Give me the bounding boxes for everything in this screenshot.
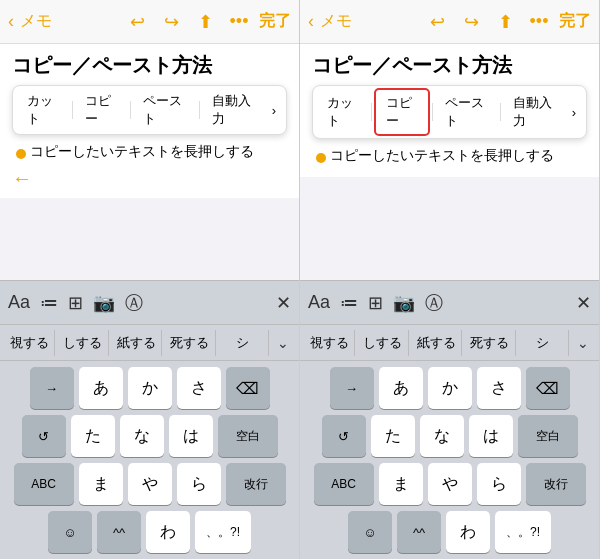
key-ya-left[interactable]: や xyxy=(128,463,172,505)
pred-5-right[interactable]: シ xyxy=(518,330,569,356)
auto-input-button-right[interactable]: 自動入力 xyxy=(503,90,566,134)
key-ya-right[interactable]: や xyxy=(428,463,472,505)
kb-row-2-right: ↺ た な は 空白 xyxy=(304,415,595,457)
nav-left-right: ‹ メモ xyxy=(308,11,352,32)
key-wa-right[interactable]: わ xyxy=(446,511,490,553)
cut-button-left[interactable]: カット xyxy=(17,88,70,132)
back-chevron-icon-right[interactable]: ‹ xyxy=(308,11,314,32)
share-icon-right[interactable]: ⬆ xyxy=(491,8,519,36)
keyboard-left: Aa ≔ ⊞ 📷 Ⓐ ✕ 視する しする 紙する 死する シ ⌄ → あ か さ… xyxy=(0,280,299,559)
key-caret-left[interactable]: ^^ xyxy=(97,511,141,553)
paste-button-left[interactable]: ペースト xyxy=(133,88,197,132)
done-button-right[interactable]: 完了 xyxy=(559,11,591,32)
key-ta-right[interactable]: た xyxy=(371,415,415,457)
key-ra-right[interactable]: ら xyxy=(477,463,521,505)
key-arrow-right[interactable]: → xyxy=(330,367,374,409)
kb-rows-right: → あ か さ ⌫ ↺ た な は 空白 ABC ま や ら 改行 ☺ xyxy=(300,361,599,559)
more-icon[interactable]: ••• xyxy=(225,8,253,36)
pred-3-left[interactable]: 紙する xyxy=(111,330,162,356)
font-icon[interactable]: Aa xyxy=(8,292,30,313)
cursor-dot-right xyxy=(316,153,326,163)
key-backspace-right[interactable]: ⌫ xyxy=(526,367,570,409)
key-space-left[interactable]: 空白 xyxy=(218,415,278,457)
key-emoji-right[interactable]: ☺ xyxy=(348,511,392,553)
key-a-right[interactable]: あ xyxy=(379,367,423,409)
redo-icon[interactable]: ↪ xyxy=(157,8,185,36)
pred-3-right[interactable]: 紙する xyxy=(411,330,462,356)
pred-1-left[interactable]: 視する xyxy=(4,330,55,356)
key-na-right[interactable]: な xyxy=(420,415,464,457)
back-button[interactable]: メモ xyxy=(20,11,52,32)
font-icon-right[interactable]: Aa xyxy=(308,292,330,313)
key-sa-right[interactable]: さ xyxy=(477,367,521,409)
auto-input-button-left[interactable]: 自動入力 xyxy=(202,88,266,132)
key-punct-left[interactable]: 、。?! xyxy=(195,511,251,553)
key-ma-left[interactable]: ま xyxy=(79,463,123,505)
pred-2-right[interactable]: しする xyxy=(357,330,408,356)
nav-right-right: ↩ ↪ ⬆ ••• 完了 xyxy=(423,8,591,36)
cut-button-right[interactable]: カット xyxy=(317,90,369,134)
key-emoji-left[interactable]: ☺ xyxy=(48,511,92,553)
divider-right-1 xyxy=(371,103,372,121)
key-ta-left[interactable]: た xyxy=(71,415,115,457)
pred-4-right[interactable]: 死する xyxy=(464,330,515,356)
key-abc-left[interactable]: ABC xyxy=(14,463,74,505)
kb-row-4-right: ☺ ^^ わ 、。?! xyxy=(304,511,595,553)
share-icon[interactable]: ⬆ xyxy=(191,8,219,36)
pred-4-left[interactable]: 死する xyxy=(164,330,215,356)
list-icon-right[interactable]: ≔ xyxy=(340,292,358,314)
back-chevron-icon[interactable]: ‹ xyxy=(8,11,14,32)
format-icon-right[interactable]: Ⓐ xyxy=(425,291,443,315)
key-sa-left[interactable]: さ xyxy=(177,367,221,409)
table-icon[interactable]: ⊞ xyxy=(68,292,83,314)
key-ra-left[interactable]: ら xyxy=(177,463,221,505)
key-ha-right[interactable]: は xyxy=(469,415,513,457)
key-a-left[interactable]: あ xyxy=(79,367,123,409)
note-body-left: コピーしたいテキストを長押しする xyxy=(30,143,254,161)
more-icon-right[interactable]: ••• xyxy=(525,8,553,36)
key-wa-left[interactable]: わ xyxy=(146,511,190,553)
key-return-left[interactable]: 改行 xyxy=(226,463,286,505)
redo-icon-right[interactable]: ↪ xyxy=(457,8,485,36)
nav-left: ‹ メモ xyxy=(8,11,52,32)
key-caret-right[interactable]: ^^ xyxy=(397,511,441,553)
undo-icon-right[interactable]: ↩ xyxy=(423,8,451,36)
key-space-right[interactable]: 空白 xyxy=(518,415,578,457)
key-arrow-left[interactable]: → xyxy=(30,367,74,409)
key-punct-right[interactable]: 、。?! xyxy=(495,511,551,553)
kb-row-1-right: → あ か さ ⌫ xyxy=(304,367,595,409)
paste-button-right[interactable]: ペースト xyxy=(435,90,498,134)
pred-expand-icon[interactable]: ⌄ xyxy=(271,335,295,351)
back-button-right[interactable]: メモ xyxy=(320,11,352,32)
more-menu-button-right[interactable]: › xyxy=(566,101,582,124)
table-icon-right[interactable]: ⊞ xyxy=(368,292,383,314)
undo-icon[interactable]: ↩ xyxy=(123,8,151,36)
key-abc-right[interactable]: ABC xyxy=(314,463,374,505)
key-ka-right[interactable]: か xyxy=(428,367,472,409)
nav-bar-left: ‹ メモ ↩ ↪ ⬆ ••• 完了 xyxy=(0,0,299,44)
kb-close-icon[interactable]: ✕ xyxy=(276,292,291,314)
format-icon[interactable]: Ⓐ xyxy=(125,291,143,315)
done-button[interactable]: 完了 xyxy=(259,11,291,32)
camera-icon[interactable]: 📷 xyxy=(93,292,115,314)
pred-1-right[interactable]: 視する xyxy=(304,330,355,356)
key-ka-left[interactable]: か xyxy=(128,367,172,409)
key-return-right[interactable]: 改行 xyxy=(526,463,586,505)
key-undo-right[interactable]: ↺ xyxy=(322,415,366,457)
key-backspace-left[interactable]: ⌫ xyxy=(226,367,270,409)
key-na-left[interactable]: な xyxy=(120,415,164,457)
pred-expand-icon-right[interactable]: ⌄ xyxy=(571,335,595,351)
list-icon[interactable]: ≔ xyxy=(40,292,58,314)
key-ma-right[interactable]: ま xyxy=(379,463,423,505)
copy-button-right[interactable]: コピー xyxy=(374,88,430,136)
key-ha-left[interactable]: は xyxy=(169,415,213,457)
arrow-left-icon: ← xyxy=(12,167,287,190)
predictive-bar-right: 視する しする 紙する 死する シ ⌄ xyxy=(300,325,599,361)
copy-button-left[interactable]: コピー xyxy=(75,88,128,132)
more-menu-button-left[interactable]: › xyxy=(266,99,282,122)
pred-5-left[interactable]: シ xyxy=(218,330,269,356)
pred-2-left[interactable]: しする xyxy=(57,330,108,356)
kb-close-icon-right[interactable]: ✕ xyxy=(576,292,591,314)
camera-icon-right[interactable]: 📷 xyxy=(393,292,415,314)
key-undo-left[interactable]: ↺ xyxy=(22,415,66,457)
